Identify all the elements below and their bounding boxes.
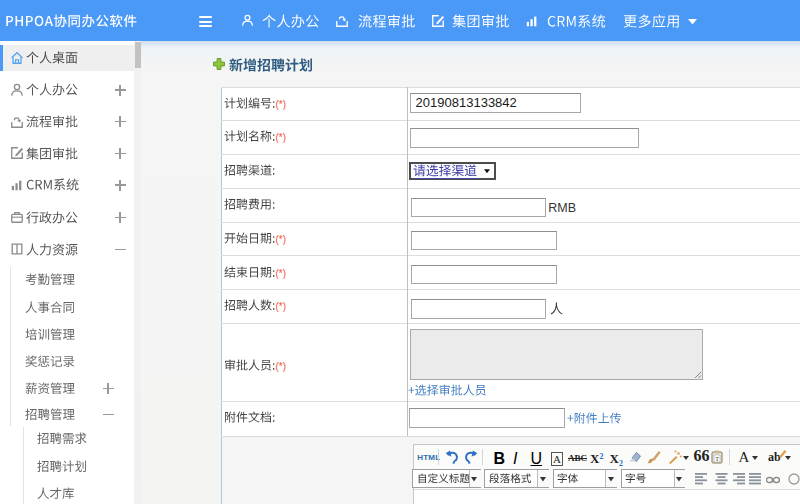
- svg-text:T: T: [715, 456, 719, 462]
